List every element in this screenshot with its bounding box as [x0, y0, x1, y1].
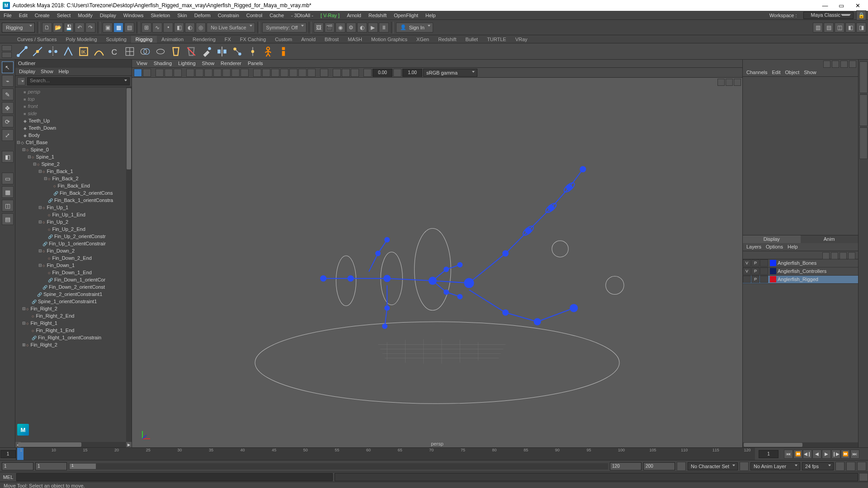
maximize-button[interactable]: ▭: [834, 0, 849, 10]
outliner-menu-help[interactable]: Help: [59, 69, 69, 75]
vp-xray-icon[interactable]: [333, 69, 341, 77]
menu-vray[interactable]: [ V-Ray ]: [317, 13, 343, 18]
constraint-point-icon[interactable]: [246, 45, 259, 58]
shelf-tab-curves[interactable]: Curves / Surfaces: [13, 36, 61, 43]
undo-icon[interactable]: ↶: [75, 23, 85, 33]
menu-edit[interactable]: Edit: [15, 13, 31, 18]
vp-gate-mask-icon[interactable]: [213, 69, 222, 77]
menu-arnold[interactable]: Arnold: [343, 13, 365, 18]
vp-menu-renderer[interactable]: Renderer: [221, 61, 241, 66]
cluster-icon[interactable]: C: [108, 45, 121, 58]
playblast-icon[interactable]: ▶: [368, 23, 378, 33]
shelf-tab-mash[interactable]: MASH: [343, 36, 367, 43]
menu-deform[interactable]: Deform: [191, 13, 214, 18]
last-tool-icon[interactable]: ◧: [2, 151, 14, 163]
step-back-key-icon[interactable]: ⏪: [793, 450, 802, 459]
outliner-tree[interactable]: persp top front side Teeth_Up Teeth_Down…: [15, 87, 132, 349]
shelf-tab-fxcache[interactable]: FX Caching: [236, 36, 270, 43]
snap-surface-icon[interactable]: ◐: [185, 23, 195, 33]
viewport-3d[interactable]: persp: [132, 78, 742, 447]
vp-grease-icon[interactable]: [174, 69, 182, 77]
vp-safe-title-icon[interactable]: [241, 69, 249, 77]
animlayer-selector[interactable]: No Anim Layer: [750, 462, 800, 470]
vp-close-icon[interactable]: [734, 79, 741, 86]
open-scene-icon[interactable]: 📂: [53, 23, 63, 33]
new-scene-icon[interactable]: 🗋: [42, 23, 52, 33]
menu-openflight[interactable]: OpenFlight: [390, 13, 422, 18]
redo-icon[interactable]: ↷: [85, 23, 95, 33]
attr-editor-tab[interactable]: [859, 61, 868, 93]
shelf-tab-bullet[interactable]: Bullet: [461, 36, 483, 43]
menu-windows[interactable]: Windows: [120, 13, 147, 18]
render-settings-icon[interactable]: ⚙: [346, 23, 356, 33]
chb-menu-show[interactable]: Show: [804, 70, 816, 75]
vp-wireframe-icon[interactable]: [253, 69, 261, 77]
menu-help[interactable]: Help: [422, 13, 439, 18]
rotate-tool-icon[interactable]: ⟳: [2, 116, 14, 127]
vp-select-camera-icon[interactable]: [134, 69, 142, 77]
layer-tab-anim[interactable]: Anim: [801, 235, 859, 243]
blendshape-icon[interactable]: [138, 45, 152, 58]
toggle-hud-icon[interactable]: ▤: [824, 23, 834, 33]
outliner-menu-display[interactable]: Display: [19, 69, 35, 75]
symmetry-selector[interactable]: Symmetry: Off: [262, 23, 307, 33]
chb-icon-1[interactable]: [823, 61, 830, 68]
menu-skeleton[interactable]: Skeleton: [147, 13, 174, 18]
play-back-icon[interactable]: ◀: [812, 450, 821, 459]
chb-menu-channels[interactable]: Channels: [746, 70, 767, 75]
layer-row[interactable]: VP Anglerfish_Controllers: [743, 267, 858, 276]
charset-selector[interactable]: No Character Set: [688, 462, 738, 470]
vp-smooth-icon[interactable]: [262, 69, 270, 77]
joint-tool-icon[interactable]: [15, 45, 29, 58]
orient-joint-icon[interactable]: [61, 45, 75, 58]
ik-handle-icon[interactable]: IK: [77, 45, 90, 58]
vp-grid-icon[interactable]: [186, 69, 194, 77]
vp-motionblur-icon[interactable]: [307, 69, 316, 77]
vp-settings-icon[interactable]: [726, 79, 733, 86]
menu-control[interactable]: Control: [243, 13, 266, 18]
vp-bookmark-icon[interactable]: [143, 69, 151, 77]
save-scene-icon[interactable]: 💾: [64, 23, 74, 33]
vp-menu-lighting[interactable]: Lighting: [178, 61, 196, 66]
bind-skin-icon[interactable]: [169, 45, 183, 58]
range-track[interactable]: 1: [69, 463, 608, 469]
vp-exposure-icon[interactable]: [363, 69, 372, 77]
paint-weights-icon[interactable]: [200, 45, 213, 58]
signin-button[interactable]: 👤 Sign In: [396, 23, 433, 33]
pause-icon[interactable]: ⏸: [379, 23, 389, 33]
menu-file[interactable]: File: [0, 13, 15, 18]
layer-row[interactable]: P Anglerfish_Rigged: [743, 276, 858, 284]
step-fwd-icon[interactable]: ❙▶: [831, 450, 840, 459]
layer-tool-4-icon[interactable]: [848, 252, 855, 259]
charset-opts-icon[interactable]: [740, 462, 749, 471]
range-end-field[interactable]: 200: [643, 462, 675, 470]
vp-xray-joints-icon[interactable]: [342, 69, 350, 77]
shelf-tab-rigging[interactable]: Rigging: [131, 36, 157, 43]
vp-textured-icon[interactable]: [271, 69, 279, 77]
menu-cache[interactable]: Cache: [266, 13, 288, 18]
layer-menu-options[interactable]: Options: [766, 244, 783, 250]
menu-create[interactable]: Create: [31, 13, 53, 18]
channelbox-hscroll[interactable]: [743, 442, 858, 447]
time-end-field[interactable]: 1: [759, 450, 778, 458]
shelf-tab-redshift[interactable]: Redshift: [434, 36, 461, 43]
chb-menu-object[interactable]: Object: [785, 70, 799, 75]
humanik-icon[interactable]: [277, 45, 290, 58]
layer-tool-1-icon[interactable]: [822, 252, 830, 259]
outliner-search-input[interactable]: Search...: [27, 77, 130, 85]
layer-menu-layers[interactable]: Layers: [746, 244, 761, 250]
lattice-icon[interactable]: [123, 45, 137, 58]
vp-shadows-icon[interactable]: [289, 69, 297, 77]
ik-spline-icon[interactable]: [92, 45, 106, 58]
vp-max-icon[interactable]: [717, 79, 725, 86]
lasso-tool-icon[interactable]: ⌁: [2, 75, 14, 87]
vp-exposure-value[interactable]: 0.00: [373, 69, 392, 77]
chb-icon-4[interactable]: [849, 61, 856, 68]
mirror-joint-icon[interactable]: [46, 45, 60, 58]
shelf-tab-xgen[interactable]: XGen: [412, 36, 434, 43]
select-tool-icon[interactable]: ↖: [2, 61, 14, 73]
outliner-menu-show[interactable]: Show: [41, 69, 53, 75]
paint-select-tool-icon[interactable]: ✎: [2, 89, 14, 100]
step-back-icon[interactable]: ◀❙: [803, 450, 812, 459]
range-loop-icon[interactable]: [677, 462, 686, 471]
